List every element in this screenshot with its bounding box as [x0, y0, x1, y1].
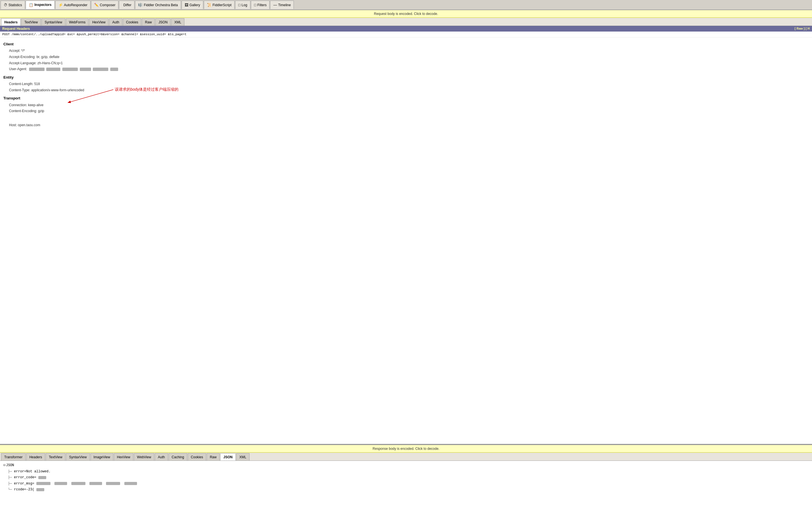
- tab-label: Fiddler Orchestra Beta: [144, 3, 178, 7]
- tab-icon: □: [254, 3, 256, 7]
- top-tab-gallery[interactable]: 🖼Gallery: [182, 1, 203, 9]
- client-section-title: Client: [3, 41, 809, 47]
- response-subtab-cookies[interactable]: Cookies: [188, 453, 206, 460]
- response-subtab-webview[interactable]: WebView: [134, 453, 154, 460]
- response-subtab-hexview[interactable]: HexView: [114, 453, 133, 460]
- response-subtab-caching[interactable]: Caching: [168, 453, 187, 460]
- request-headers-title-bar: Request Headers [ Raw ] [ H: [0, 26, 812, 32]
- response-panel: Response body is encoded. Click to decod…: [0, 445, 812, 507]
- top-tab-composer[interactable]: ✏️Composer: [91, 1, 118, 9]
- top-tab-statistics[interactable]: ⏱Statistics: [1, 1, 25, 9]
- tab-label: AutoResponder: [64, 3, 87, 7]
- top-tab-autoresponder[interactable]: ⚡AutoResponder: [55, 1, 91, 9]
- request-subtab-auth[interactable]: Auth: [109, 18, 122, 25]
- top-tab-fiddlerscript[interactable]: 📜FiddlerScript: [204, 1, 235, 9]
- collapse-icon[interactable]: ⊟: [3, 462, 5, 469]
- response-subtab-raw[interactable]: Raw: [207, 453, 220, 460]
- headers-content: Client Accept: */* Accept-Encoding: br, …: [0, 38, 812, 130]
- redacted-block: [80, 68, 91, 71]
- request-subtab-raw[interactable]: Raw: [142, 18, 155, 25]
- header-accept: Accept: */*: [3, 48, 809, 54]
- raw-link[interactable]: [ Raw ] [ H: [795, 27, 810, 31]
- tree-item-error-msg: ├─ error_msg=: [2, 481, 810, 487]
- tab-icon: ✏️: [94, 3, 99, 7]
- response-subtab-transformer[interactable]: Transformer: [1, 453, 26, 460]
- transport-section-title: Transport: [3, 95, 809, 101]
- tab-icon: □: [238, 3, 241, 7]
- tree-item-rcode: └─ rcode=-23(: [2, 487, 810, 493]
- tab-icon: 📋: [29, 3, 33, 7]
- top-tab-fiddler-orchestra-beta[interactable]: 🎼Fiddler Orchestra Beta: [135, 1, 181, 9]
- request-subtab-hexview[interactable]: HexView: [89, 18, 109, 25]
- redacted-block: [124, 482, 137, 485]
- tree-item-error-code: ├─ error_code=: [2, 474, 810, 481]
- tab-label: Gallery: [190, 3, 200, 7]
- tab-label: Inspectors: [35, 3, 52, 7]
- redacted-block: [38, 476, 46, 479]
- response-subtab-row: TransformerHeadersTextViewSyntaxViewImag…: [0, 453, 812, 461]
- tab-icon: ⚡: [58, 3, 63, 7]
- tab-label: Statistics: [8, 3, 22, 7]
- header-content-encoding: Content-Encoding: gzip: [3, 108, 809, 114]
- header-content-length: Content-Length: 518: [3, 81, 809, 87]
- tab-label: Differ: [123, 3, 131, 7]
- request-banner[interactable]: Request body is encoded. Click to decode…: [0, 10, 812, 18]
- tab-icon: 🖼: [185, 3, 188, 7]
- redacted-block: [46, 68, 60, 71]
- json-tree-root: ⊟ JSON: [2, 462, 810, 469]
- response-subtab-imageview[interactable]: ImageView: [91, 453, 113, 460]
- tab-label: Log: [242, 3, 247, 7]
- header-connection: Connection: keep-alive: [3, 102, 809, 108]
- request-subtab-xml[interactable]: XML: [171, 18, 185, 25]
- header-content-type: Content-Type: application/x-www-form-url…: [3, 87, 809, 94]
- tab-label: Composer: [100, 3, 115, 7]
- redacted-block: [36, 482, 50, 485]
- header-user-agent: User-Agent:: [3, 66, 809, 72]
- redacted-block: [29, 68, 45, 71]
- request-subtab-cookies[interactable]: Cookies: [123, 18, 141, 25]
- request-body: Request Headers [ Raw ] [ H POST /mmm/co…: [0, 26, 812, 444]
- json-tree: ⊟ JSON ├─ error=Not allowed. ├─ error_co…: [0, 461, 812, 507]
- request-panel: Request body is encoded. Click to decode…: [0, 10, 812, 444]
- redacted-block: [89, 482, 102, 485]
- request-subtab-row: HeadersTextViewSyntaxViewWebFormsHexView…: [0, 18, 812, 26]
- tab-icon: ⏱: [4, 3, 7, 7]
- redacted-block: [62, 68, 78, 71]
- tab-icon: 📜: [207, 3, 211, 7]
- response-subtab-headers[interactable]: Headers: [26, 453, 45, 460]
- request-subtab-headers[interactable]: Headers: [1, 18, 20, 25]
- request-headers-label: Request Headers: [2, 27, 30, 31]
- entity-section-title: Entity: [3, 74, 809, 80]
- response-banner[interactable]: Response body is encoded. Click to decod…: [0, 445, 812, 453]
- response-subtab-syntaxview[interactable]: SyntaxView: [66, 453, 90, 460]
- top-tab-filters[interactable]: □Filters: [251, 1, 270, 9]
- tab-label: Filters: [257, 3, 267, 7]
- request-subtab-webforms[interactable]: WebForms: [66, 18, 89, 25]
- tab-label: FiddlerScript: [213, 3, 232, 7]
- header-accept-encoding: Accept-Encoding: br, gzip, deflate: [3, 54, 809, 60]
- top-tab-log[interactable]: □Log: [235, 1, 250, 9]
- tree-root-label: JSON: [6, 462, 14, 469]
- response-subtab-json[interactable]: JSON: [220, 453, 236, 460]
- top-tab-inspectors[interactable]: 📋Inspectors: [26, 1, 55, 9]
- redacted-block: [110, 68, 118, 71]
- url-line: POST /mmm/content/../upload?appid= &vc= …: [0, 32, 812, 38]
- tree-item-error: ├─ error=Not allowed.: [2, 469, 810, 475]
- redacted-block: [93, 68, 108, 71]
- request-subtab-textview[interactable]: TextView: [21, 18, 41, 25]
- tab-icon: 🎼: [138, 3, 143, 7]
- top-tab-timeline[interactable]: —Timeline: [270, 1, 294, 9]
- annotation-area: Content-Type: application/x-www-form-url…: [3, 87, 809, 128]
- top-tab-bar: ⏱Statistics📋Inspectors⚡AutoResponder✏️Co…: [0, 0, 812, 10]
- response-subtab-auth[interactable]: Auth: [155, 453, 168, 460]
- redacted-block: [71, 482, 86, 485]
- redacted-block: [106, 482, 120, 485]
- main-container: Request body is encoded. Click to decode…: [0, 10, 812, 507]
- redacted-block: [54, 482, 67, 485]
- request-subtab-syntaxview[interactable]: SyntaxView: [42, 18, 65, 25]
- request-subtab-json[interactable]: JSON: [155, 18, 170, 25]
- response-subtab-textview[interactable]: TextView: [46, 453, 65, 460]
- top-tab-differ[interactable]: Differ: [119, 1, 134, 9]
- response-subtab-xml[interactable]: XML: [236, 453, 250, 460]
- redacted-block: [36, 488, 44, 491]
